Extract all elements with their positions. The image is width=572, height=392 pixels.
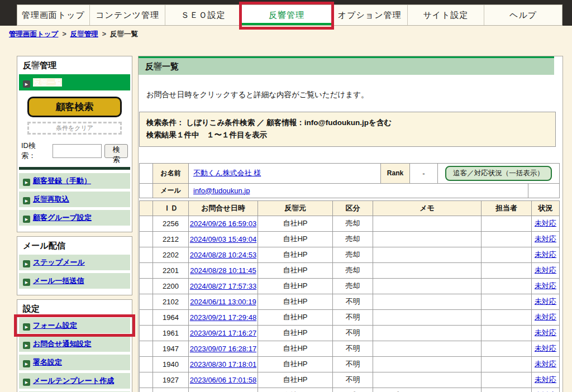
breadcrumb-separator: > (98, 30, 110, 38)
search-conditions-box: 検索条件： しぼりこみ条件検索 ／ 顧客情報：info@fudoukun.jpを… (139, 112, 556, 147)
id-search-label: ID検索： (21, 141, 50, 161)
inquiry-datetime-link[interactable]: 2024/06/11 13:00:19 (190, 298, 256, 306)
cell-category: 売却 (333, 278, 373, 294)
sidebar-link-label[interactable]: 顧客グループ設定 (33, 213, 92, 222)
cell-datetime: 2023/08/30 17:18:01 (189, 356, 258, 372)
cell-status: 未対応 (532, 325, 560, 341)
spacer-cell (140, 183, 153, 198)
rank-value: - (410, 163, 438, 183)
sidebar-link-item[interactable]: ▶お問合せ通知設定 (19, 336, 130, 352)
page: 管理画面トップコンテンツ管理ＳＥＯ設定反響管理オプション管理サイト設定ヘルプ 管… (0, 0, 572, 392)
status-link[interactable]: 未対応 (535, 266, 556, 274)
sidebar-link-label[interactable]: お問合せ通知設定 (33, 340, 92, 348)
cell-id: 1961 (153, 325, 189, 341)
sidebar-links-mail: ▶ステップメール▶メール一括送信 (17, 255, 132, 289)
breadcrumb-link-2[interactable]: 反響管理 (70, 30, 98, 38)
inquiry-datetime-link[interactable]: 2023/09/07 16:28:17 (190, 345, 256, 353)
cell-staff (482, 262, 532, 278)
sidebar-link-label[interactable]: 署名設定 (33, 358, 62, 366)
cell-source: 自社HP (258, 216, 333, 231)
inquiry-datetime-link[interactable]: 2023/08/30 17:18:01 (190, 360, 256, 369)
sidebar-link-label[interactable]: ステップメール (33, 258, 85, 266)
customer-summary-table: お名前 不動くん株式会社 様 Rank - 追客／対応状況（一括表示） メール … (139, 163, 560, 198)
inquiry-datetime-link[interactable]: 2024/08/28 10:24:53 (190, 251, 256, 259)
cell-datetime: 2023/09/07 16:28:17 (189, 341, 258, 356)
sidebar-link-item[interactable]: ▶ステップメール (19, 255, 130, 270)
table-row: 19272023/06/06 17:01:58自社HP不明未対応 (140, 372, 560, 388)
customer-name-link[interactable]: 不動くん株式会社 様 (193, 169, 261, 177)
cell-category: 売却 (333, 262, 373, 278)
id-search-input[interactable] (53, 144, 102, 158)
arrow-icon: ▶ (23, 197, 30, 204)
nav-tab-3[interactable]: ＳＥＯ設定 (165, 5, 241, 25)
clear-conditions-button[interactable]: 条件をクリア (27, 122, 122, 135)
inquiry-datetime-link[interactable]: 2023/09/21 17:16:27 (190, 329, 256, 337)
nav-tab-2[interactable]: コンテンツ管理 (90, 5, 166, 25)
cell-memo (373, 325, 482, 341)
inquiry-datetime-link[interactable]: 2024/09/26 16:59:03 (190, 219, 256, 228)
inquiry-datetime-link[interactable]: 2023/09/21 17:29:48 (190, 313, 256, 322)
status-link[interactable]: 未対応 (535, 219, 556, 227)
inquiry-datetime-link[interactable]: 2024/08/27 17:57:33 (190, 282, 256, 290)
nav-tab-4[interactable]: 反響管理 (241, 5, 332, 25)
cell-status: 未対応 (532, 372, 560, 388)
nav-tab-5[interactable]: オプション管理 (332, 5, 408, 25)
sidebar-link-item[interactable]: ▶反響再取込 (19, 192, 130, 207)
batch-status-button[interactable]: 追客／対応状況（一括表示） (445, 166, 552, 181)
status-link[interactable]: 未対応 (535, 235, 556, 243)
sidebar-link-label[interactable]: 顧客登録（手動） (33, 176, 91, 185)
column-header: お問合せ日時 (189, 200, 258, 216)
sidebar-link-item[interactable]: ▶フォーム設定 (19, 318, 130, 333)
cell-category: 不明 (333, 294, 373, 309)
cell-status: 未対応 (532, 294, 560, 309)
sidebar-item-response-list[interactable]: ▶反響一覧 (19, 74, 130, 90)
status-link[interactable]: 未対応 (535, 328, 556, 337)
spacer-cell (140, 216, 153, 231)
instruction-text: お問合せ日時をクリックすると詳細な内容がご覧いただけます。 (146, 90, 555, 100)
cell-source: 自社HP (258, 247, 333, 262)
cell-source: 自社HP (258, 325, 333, 341)
cell-id: 2256 (153, 216, 189, 231)
cell-status: 未対応 (532, 356, 560, 372)
status-link[interactable]: 未対応 (535, 250, 556, 259)
inquiry-datetime-link[interactable]: 2024/08/28 10:11:45 (190, 266, 256, 275)
status-link[interactable]: 未対応 (535, 360, 556, 368)
cell-staff (482, 309, 532, 325)
inquiry-datetime-link[interactable]: 2023/06/06 17:01:58 (190, 376, 256, 384)
status-link[interactable]: 未対応 (535, 375, 556, 384)
customer-search-button[interactable]: 顧客検索 (27, 97, 122, 117)
nav-tab-1[interactable]: 管理画面トップ (17, 5, 90, 25)
cell-source: 自社HP (258, 278, 333, 294)
sidebar-link-item[interactable]: ▶メール一括送信 (19, 273, 130, 289)
cell-source: 自社HP (258, 262, 333, 278)
sidebar-link-label[interactable]: 反響再取込 (33, 195, 69, 203)
cell-status: 未対応 (532, 216, 560, 231)
table-row: 18082022/04/05 13:52:48自社HPテンプレートテンプレートフ… (140, 388, 560, 392)
status-link[interactable]: 未対応 (535, 281, 556, 290)
sidebar-link-label[interactable]: メールテンプレート作成 (33, 376, 114, 385)
customer-search-wrap: 顧客検索 (17, 90, 132, 117)
status-link[interactable]: 未対応 (535, 313, 556, 321)
id-search-button[interactable]: 検索 (104, 144, 128, 158)
sidebar-link-item[interactable]: ▶署名設定 (19, 355, 130, 370)
nav-tab-7[interactable]: ヘルプ (484, 5, 562, 25)
sidebar-link-item[interactable]: ▶顧客登録（手動） (19, 173, 130, 189)
nav-tab-6[interactable]: サイト設定 (408, 5, 485, 25)
sidebar-link-label[interactable]: フォーム設定 (33, 321, 77, 329)
breadcrumb-current: 反響一覧 (110, 30, 138, 38)
sidebar-link-label[interactable]: メール一括送信 (33, 276, 84, 285)
arrow-icon: ▶ (23, 342, 30, 349)
cell-category: 不明 (333, 309, 373, 325)
cell-id: 1947 (153, 341, 189, 356)
customer-email-link[interactable]: info@fudoukun.jp (193, 187, 250, 195)
breadcrumb-link-1[interactable]: 管理画面トップ (9, 30, 58, 38)
page-title: 反響一覧 (139, 56, 554, 75)
cell-id: 1808 (153, 388, 189, 392)
sidebar-link-item[interactable]: ▶メールテンプレート作成 (19, 373, 130, 389)
status-link[interactable]: 未対応 (535, 344, 556, 352)
inquiry-datetime-link[interactable]: 2024/09/03 15:49:04 (190, 235, 256, 243)
spacer-cell (140, 278, 153, 294)
sidebar-link-item[interactable]: ▶顧客グループ設定 (19, 210, 130, 226)
cell-id: 2200 (153, 278, 189, 294)
status-link[interactable]: 未対応 (535, 297, 556, 305)
